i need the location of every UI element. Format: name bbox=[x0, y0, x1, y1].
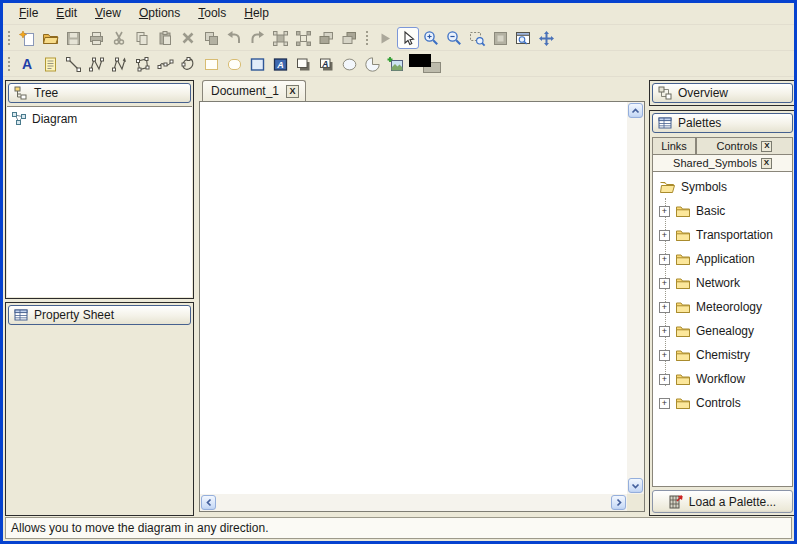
save-button[interactable] bbox=[62, 27, 84, 49]
pan-button[interactable] bbox=[535, 27, 557, 49]
palette-folder-workflow[interactable]: + Workflow bbox=[653, 367, 792, 391]
polyline-arrow-tool-button[interactable] bbox=[108, 53, 130, 75]
document-tab-close-icon[interactable]: X bbox=[286, 85, 299, 98]
send-to-back-button[interactable] bbox=[338, 27, 360, 49]
expand-icon[interactable]: + bbox=[659, 278, 670, 289]
zoom-out-button[interactable] bbox=[443, 27, 465, 49]
document-tab[interactable]: Document_1 X bbox=[202, 80, 306, 101]
menu-help[interactable]: Help bbox=[235, 4, 278, 23]
horizontal-scrollbar[interactable] bbox=[200, 494, 627, 511]
chevron-right-icon bbox=[616, 498, 622, 507]
palette-folder-transportation[interactable]: + Transportation bbox=[653, 223, 792, 247]
toolbar-grip[interactable] bbox=[7, 56, 11, 73]
palette-folder-network[interactable]: + Network bbox=[653, 271, 792, 295]
menu-file[interactable]: File bbox=[10, 4, 47, 23]
cut-button[interactable] bbox=[108, 27, 130, 49]
polyline-tool-button[interactable] bbox=[85, 53, 107, 75]
overview-window-button[interactable] bbox=[512, 27, 534, 49]
expand-icon[interactable]: + bbox=[659, 230, 670, 241]
expand-icon[interactable]: + bbox=[659, 254, 670, 265]
palette-folder-chemistry[interactable]: + Chemistry bbox=[653, 343, 792, 367]
add-image-tool-button[interactable] bbox=[384, 53, 406, 75]
zoom-in-button[interactable] bbox=[420, 27, 442, 49]
tab-shared-symbols[interactable]: Shared_Symbols X bbox=[652, 154, 793, 171]
redo-button[interactable] bbox=[246, 27, 268, 49]
fit-to-contents-button[interactable] bbox=[489, 27, 511, 49]
label-rectangle-tool-button[interactable]: A bbox=[269, 53, 291, 75]
run-layout-button[interactable] bbox=[374, 27, 396, 49]
open-button[interactable] bbox=[39, 27, 61, 49]
zoom-out-icon bbox=[446, 30, 463, 47]
property-sheet-icon bbox=[14, 308, 28, 322]
spline-tool-button[interactable] bbox=[154, 53, 176, 75]
ungroup-button[interactable] bbox=[292, 27, 314, 49]
tree-panel-title: Tree bbox=[34, 86, 58, 100]
scroll-left-button[interactable] bbox=[201, 495, 216, 510]
bring-to-front-button[interactable] bbox=[315, 27, 337, 49]
closed-spline-tool-button[interactable] bbox=[177, 53, 199, 75]
send-to-back-icon bbox=[341, 30, 358, 47]
palette-folder-genealogy[interactable]: + Genealogy bbox=[653, 319, 792, 343]
save-icon bbox=[65, 30, 82, 47]
palette-tree-root[interactable]: Symbols bbox=[653, 175, 792, 199]
load-palette-button[interactable]: Load a Palette... bbox=[652, 490, 793, 513]
tab-controls-close-icon[interactable]: X bbox=[761, 141, 772, 152]
polygon-tool-button[interactable] bbox=[131, 53, 153, 75]
palettes-header[interactable]: Palettes bbox=[652, 113, 793, 133]
zoom-area-button[interactable] bbox=[466, 27, 488, 49]
expand-icon[interactable]: + bbox=[659, 326, 670, 337]
shadow-rectangle-tool-button[interactable] bbox=[292, 53, 314, 75]
tab-shared-symbols-close-icon[interactable]: X bbox=[761, 158, 772, 169]
tab-links[interactable]: Links bbox=[652, 137, 696, 154]
palette-folder-label: Workflow bbox=[696, 372, 745, 386]
palette-folder-application[interactable]: + Application bbox=[653, 247, 792, 271]
overview-header[interactable]: Overview bbox=[652, 83, 793, 103]
property-sheet-header[interactable]: Property Sheet bbox=[8, 305, 191, 325]
shadow-label-rectangle-tool-button[interactable]: A bbox=[315, 53, 337, 75]
expand-icon[interactable]: + bbox=[659, 374, 670, 385]
toolbar-grip[interactable] bbox=[7, 30, 11, 47]
undo-button[interactable] bbox=[223, 27, 245, 49]
diagram-canvas[interactable] bbox=[199, 101, 645, 512]
text-tool-button[interactable]: A bbox=[16, 53, 38, 75]
rectangle-icon bbox=[203, 56, 220, 73]
tree-panel-header[interactable]: Tree bbox=[8, 83, 191, 103]
palette-folder-meteorology[interactable]: + Meteorology bbox=[653, 295, 792, 319]
delete-button[interactable] bbox=[177, 27, 199, 49]
palette-folder-controls[interactable]: + Controls bbox=[653, 391, 792, 415]
scroll-down-button[interactable] bbox=[628, 478, 643, 493]
group-button[interactable] bbox=[269, 27, 291, 49]
palette-folder-basic[interactable]: + Basic bbox=[653, 199, 792, 223]
rounded-rectangle-tool-button[interactable] bbox=[223, 53, 245, 75]
expand-icon[interactable]: + bbox=[659, 350, 670, 361]
print-button[interactable] bbox=[85, 27, 107, 49]
scroll-up-button[interactable] bbox=[628, 103, 643, 118]
duplicate-button[interactable] bbox=[200, 27, 222, 49]
tree-icon bbox=[14, 86, 28, 100]
color-swatches-button[interactable] bbox=[407, 53, 445, 75]
tree-item-diagram[interactable]: Diagram bbox=[7, 107, 192, 126]
line-tool-button[interactable] bbox=[62, 53, 84, 75]
ellipse-tool-button[interactable] bbox=[338, 53, 360, 75]
expand-icon[interactable]: + bbox=[659, 398, 670, 409]
menu-view[interactable]: View bbox=[86, 4, 130, 23]
rectangle-tool-button[interactable] bbox=[200, 53, 222, 75]
select-tool-button[interactable] bbox=[397, 27, 419, 49]
scrollbar-corner bbox=[627, 494, 644, 511]
filled-rectangle-tool-button[interactable] bbox=[246, 53, 268, 75]
toolbar-grip[interactable] bbox=[365, 30, 369, 47]
scroll-right-button[interactable] bbox=[611, 495, 626, 510]
palette-tree: Symbols + Basic + Transportation + Appli… bbox=[652, 171, 793, 487]
vertical-scrollbar[interactable] bbox=[627, 102, 644, 494]
copy-button[interactable] bbox=[131, 27, 153, 49]
rich-text-tool-button[interactable] bbox=[39, 53, 61, 75]
tab-controls[interactable]: Controls X bbox=[696, 137, 793, 154]
expand-icon[interactable]: + bbox=[659, 302, 670, 313]
menu-options[interactable]: Options bbox=[130, 4, 189, 23]
expand-icon[interactable]: + bbox=[659, 206, 670, 217]
menu-edit[interactable]: Edit bbox=[47, 4, 86, 23]
menu-tools[interactable]: Tools bbox=[189, 4, 235, 23]
new-document-button[interactable] bbox=[16, 27, 38, 49]
pie-tool-button[interactable] bbox=[361, 53, 383, 75]
paste-button[interactable] bbox=[154, 27, 176, 49]
